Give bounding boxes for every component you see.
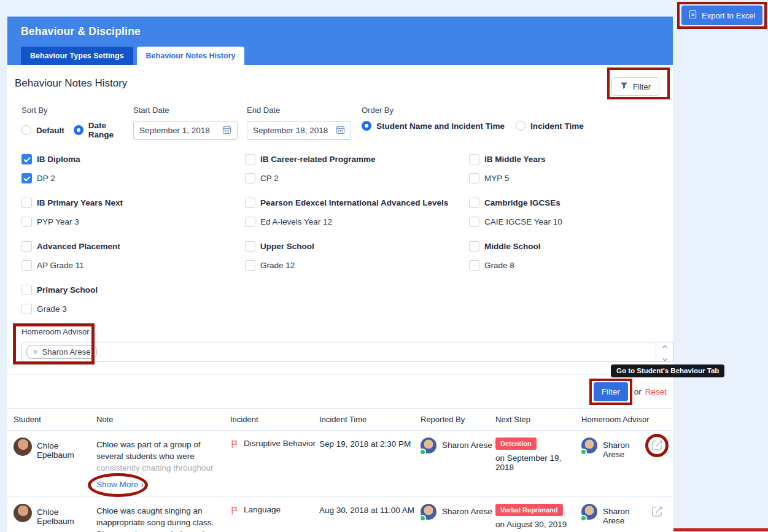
column-header-note: Note bbox=[96, 415, 230, 424]
checkbox-ap-grade-11[interactable] bbox=[21, 260, 32, 271]
flag-icon bbox=[230, 506, 239, 517]
online-status-dot bbox=[419, 515, 426, 522]
checkbox-upper-school[interactable] bbox=[245, 241, 255, 252]
reporter-avatar bbox=[421, 438, 436, 453]
tab-behaviour-types-settings[interactable]: Behaviour Types Settings bbox=[21, 47, 133, 65]
checkbox-label[interactable]: Cambridge IGCSEs bbox=[484, 198, 560, 207]
checkbox-grade-3[interactable] bbox=[21, 304, 32, 314]
student-avatar bbox=[14, 438, 32, 456]
sort-by-label: Sort By bbox=[21, 106, 133, 115]
checkbox-cp-2[interactable] bbox=[245, 173, 255, 183]
checkbox-label[interactable]: IB Middle Years bbox=[484, 155, 546, 164]
filter-button[interactable]: Filter bbox=[594, 382, 628, 401]
checkbox-label[interactable]: AP Grade 11 bbox=[37, 261, 84, 270]
table-row: Chloe Epelbaum Chloe was caught singing … bbox=[7, 497, 673, 532]
checkbox-ib-primary-years-next[interactable] bbox=[21, 198, 32, 208]
checkbox-label[interactable]: CP 2 bbox=[260, 174, 279, 183]
start-date-label: Start Date bbox=[133, 106, 247, 115]
filter-actions-row: Filter or Reset bbox=[7, 374, 673, 408]
show-more-label[interactable]: Show More bbox=[96, 479, 138, 490]
checkbox-label[interactable]: Grade 12 bbox=[260, 261, 295, 270]
start-date-input[interactable]: September 1, 2018 bbox=[133, 121, 238, 140]
go-to-behaviour-tab-icon[interactable] bbox=[651, 504, 663, 519]
checkbox-ib-middle-years[interactable] bbox=[469, 154, 479, 164]
section-heading: Behaviour Notes History bbox=[15, 77, 127, 90]
checkbox-label[interactable]: Ed A-levels Year 12 bbox=[260, 217, 332, 226]
reporter-name: Sharon Arese bbox=[442, 438, 492, 450]
homeroom-advisor-label: Homeroom Advisor bbox=[21, 327, 666, 336]
checkbox-label[interactable]: Grade 8 bbox=[484, 261, 514, 270]
checkbox-ed-a-levels-year-12[interactable] bbox=[245, 217, 255, 227]
column-header-incident-time: Incident Time bbox=[319, 415, 421, 424]
tab-bar: Behaviour Types Settings Behaviour Notes… bbox=[14, 47, 666, 65]
checkbox-label[interactable]: IB Diploma bbox=[37, 155, 80, 164]
student-name: Chloe Epelbaum bbox=[37, 438, 96, 460]
export-to-excel-button[interactable]: Export to Excel bbox=[681, 6, 762, 25]
checkbox-label[interactable]: Middle School bbox=[484, 242, 541, 251]
online-status-dot bbox=[419, 449, 426, 455]
radio-sort-default-label[interactable]: Default bbox=[36, 126, 64, 135]
calendar-icon[interactable] bbox=[222, 125, 231, 136]
incident-label: Disruptive Behavior bbox=[244, 439, 316, 448]
radio-order-incident-time-label[interactable]: Incident Time bbox=[530, 121, 584, 131]
checkbox-cambridge-igcses[interactable] bbox=[469, 198, 479, 208]
checkbox-dp-2[interactable] bbox=[21, 173, 32, 183]
checkbox-label[interactable]: DP 2 bbox=[37, 174, 55, 183]
panel-content: Behaviour Notes History Filter Sort By bbox=[7, 65, 673, 532]
chevron-up-icon[interactable] bbox=[662, 340, 668, 351]
filter-toggle-button[interactable]: Filter bbox=[611, 77, 659, 96]
checkbox-label[interactable]: Grade 3 bbox=[37, 304, 67, 314]
reporter-name: Sharon Arese bbox=[442, 504, 492, 516]
table-header-row: Student Note Incident Incident Time Repo… bbox=[7, 408, 673, 431]
tooltip-go-to-behaviour-tab: Go to Student's Behaviour Tab bbox=[611, 364, 724, 377]
checkbox-primary-school[interactable] bbox=[21, 285, 32, 295]
checkbox-label[interactable]: MYP 5 bbox=[484, 174, 509, 183]
checkbox-label[interactable]: Primary School bbox=[37, 285, 98, 295]
page-title: Behaviour & Discipline bbox=[14, 25, 666, 38]
radio-sort-default[interactable] bbox=[21, 125, 31, 135]
checkbox-advanced-placement[interactable] bbox=[21, 241, 32, 252]
column-header-next-step: Next Step bbox=[495, 415, 581, 424]
radio-order-incident-time[interactable] bbox=[516, 121, 526, 131]
select-spinner[interactable] bbox=[656, 342, 673, 361]
chevron-down-icon[interactable] bbox=[662, 353, 668, 364]
checkbox-label[interactable]: Pearson Edexcel International Advanced L… bbox=[260, 198, 448, 207]
checkbox-pearson-edexcel[interactable] bbox=[245, 198, 255, 208]
filter-toggle-label: Filter bbox=[633, 82, 651, 91]
end-date-input[interactable]: September 18, 2018 bbox=[247, 121, 351, 140]
checkbox-myp-5[interactable] bbox=[469, 173, 479, 183]
table-row: Chloe Epelbaum Chloe was part of a group… bbox=[7, 431, 673, 497]
checkbox-label[interactable]: CAIE IGCSE Year 10 bbox=[484, 217, 562, 226]
radio-order-student-name[interactable] bbox=[362, 121, 371, 131]
radio-sort-date-range-label[interactable]: Date Range bbox=[88, 121, 133, 139]
radio-order-student-name-label[interactable]: Student Name and Incident Time bbox=[376, 121, 505, 131]
checkbox-label[interactable]: IB Career-related Programme bbox=[260, 155, 376, 164]
column-header-reported-by: Reported By bbox=[421, 415, 495, 424]
show-more-link[interactable]: Show More › bbox=[96, 479, 144, 490]
note-text-faded: consistently chatting throughout bbox=[96, 462, 220, 474]
reset-link[interactable]: Reset bbox=[645, 387, 667, 396]
checkbox-middle-school[interactable] bbox=[469, 241, 479, 252]
checkbox-caie-igcse-year-10[interactable] bbox=[469, 217, 479, 227]
incident-time: Aug 30, 2018 at 11:00 AM bbox=[319, 504, 421, 532]
remove-tag-icon[interactable]: × bbox=[33, 347, 38, 357]
checkbox-label[interactable]: PYP Year 3 bbox=[37, 217, 79, 226]
excel-file-icon bbox=[689, 10, 697, 21]
radio-sort-date-range[interactable] bbox=[74, 125, 83, 135]
checkbox-pyp-year-3[interactable] bbox=[21, 217, 32, 227]
checkbox-grade-8[interactable] bbox=[469, 260, 479, 271]
checkbox-label[interactable]: Upper School bbox=[260, 242, 314, 251]
export-button-wrap: Export to Excel bbox=[681, 6, 762, 25]
note-text: Chloe was part of a group of bbox=[96, 439, 220, 450]
checkbox-ib-diploma[interactable] bbox=[21, 154, 32, 164]
next-step-date: on August 30, 2019 bbox=[495, 520, 581, 529]
checkbox-ib-career-related-programme[interactable] bbox=[245, 154, 255, 164]
homeroom-advisor-select[interactable]: × Sharon Arese bbox=[21, 342, 673, 362]
checkbox-label[interactable]: Advanced Placement bbox=[37, 242, 120, 251]
checkbox-label[interactable]: IB Primary Years Next bbox=[37, 198, 123, 207]
tab-behaviour-notes-history[interactable]: Behaviour Notes History bbox=[137, 47, 245, 65]
column-header-incident: Incident bbox=[230, 415, 319, 424]
go-to-behaviour-tab-icon[interactable] bbox=[651, 438, 663, 453]
checkbox-grade-12[interactable] bbox=[245, 260, 255, 271]
calendar-icon[interactable] bbox=[336, 125, 345, 136]
